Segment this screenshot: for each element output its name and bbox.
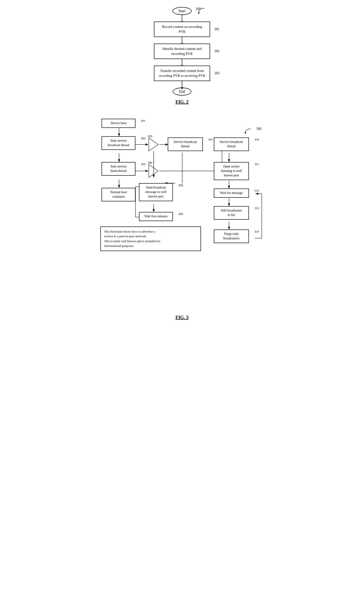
node-311: Open socketlistening to wellknown port 3… bbox=[214, 162, 249, 180]
label-306: 306 bbox=[148, 161, 152, 165]
label-312: 312 bbox=[255, 189, 259, 193]
label-311: 311 bbox=[255, 162, 259, 166]
label-308: 308 bbox=[179, 183, 183, 187]
fig2-label-201: 201 bbox=[215, 27, 220, 31]
node-310: Service broadcastthread 310 bbox=[214, 137, 249, 151]
fig2-label-203: 203 bbox=[215, 71, 220, 75]
fig2-label-202: 202 bbox=[215, 49, 220, 53]
node-314: Purge stalebroadcasters 314 bbox=[214, 230, 249, 243]
svg-marker-0 bbox=[198, 12, 200, 14]
node-308: Send broadcastmessage to wellknown port … bbox=[139, 183, 173, 201]
label-309: 309 bbox=[179, 212, 183, 216]
fig2-step-203-wrapper: Transfer recorded content fromrecording … bbox=[154, 66, 210, 81]
fig2-step-202: Identify desired content andrecording PV… bbox=[154, 43, 210, 59]
label-301: 301 bbox=[141, 119, 146, 123]
node-304: Normal bootcontinues 304 bbox=[102, 188, 135, 201]
label-307: 307 bbox=[208, 137, 213, 142]
fig2-title: FIG. 2 bbox=[175, 99, 189, 105]
label-305: 305 bbox=[148, 135, 152, 138]
fig3-diagram: 300 Device boot 301 Start servicebroadca… bbox=[96, 114, 268, 315]
fig2-start-node: Start bbox=[172, 7, 192, 15]
label-314: 314 bbox=[255, 230, 259, 234]
svg-marker-27 bbox=[149, 138, 158, 151]
fig3-title: FIG. 3 bbox=[175, 315, 189, 320]
label-313: 313 bbox=[255, 206, 259, 210]
fig2-step-203: Transfer recorded content fromrecording … bbox=[154, 66, 210, 81]
fig3-arrow-annotation bbox=[243, 128, 252, 135]
node-313: Add broadcasterto list 313 bbox=[214, 206, 249, 220]
fig2-step-202-wrapper: Identify desired content andrecording PV… bbox=[154, 43, 210, 59]
node-309: Wait five minutes 309 bbox=[139, 212, 173, 221]
svg-marker-28 bbox=[149, 164, 158, 178]
label-310: 310 bbox=[255, 137, 259, 142]
label-302: 302 bbox=[141, 136, 146, 140]
node-307: Service broadcastthread 307 bbox=[168, 137, 203, 151]
label-303: 303 bbox=[141, 162, 146, 166]
node-305: 305 bbox=[148, 138, 159, 151]
node-301: Device boot 301 bbox=[102, 119, 135, 128]
node-303: Start servicelisten thread 303 bbox=[102, 162, 135, 176]
fig2-arrow-4 bbox=[182, 81, 182, 88]
fig2-arrow-3 bbox=[182, 59, 182, 66]
fig3-label: 300 bbox=[256, 127, 261, 131]
node-306: 306 bbox=[148, 164, 159, 178]
fig2-step-201-wrapper: Record content on recordingPVR 201 bbox=[154, 22, 210, 37]
node-312: Wait for message 312 bbox=[214, 189, 249, 198]
svg-marker-26 bbox=[245, 132, 246, 134]
fig2-diagram: 200 Start Record content on recordingPVR… bbox=[96, 7, 268, 112]
fig2-arrow-annotation bbox=[195, 7, 207, 16]
fig3-info-box: This flowchart shows how to advertise as… bbox=[100, 226, 201, 251]
node-302: Start servicebroadcast thread 302 bbox=[102, 136, 135, 150]
fig2-arrow-2 bbox=[182, 37, 182, 43]
fig2-arrow-1 bbox=[182, 15, 182, 22]
fig2-step-201: Record content on recordingPVR bbox=[154, 22, 210, 37]
